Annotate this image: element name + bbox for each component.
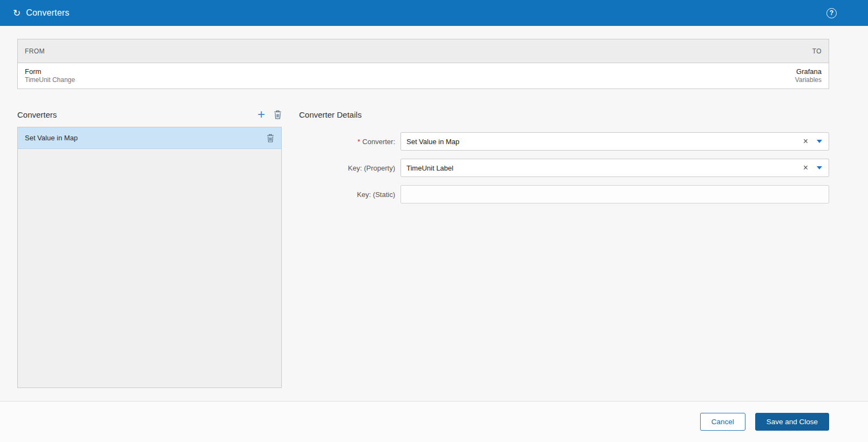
mapping-table-row: Form TimeUnit Change Grafana Variables: [18, 63, 829, 89]
main-content: FROM TO Form TimeUnit Change Grafana Var…: [0, 26, 868, 401]
converter-details-title: Converter Details: [299, 107, 829, 121]
from-column-header: FROM: [25, 47, 45, 55]
mapping-table: FROM TO Form TimeUnit Change Grafana Var…: [17, 39, 829, 89]
from-subtitle: TimeUnit Change: [25, 76, 75, 84]
help-icon[interactable]: ?: [826, 8, 837, 18]
converter-list-item[interactable]: Set Value in Map: [18, 127, 281, 149]
converter-select-value: Set Value in Map: [406, 138, 803, 146]
key-property-select-value: TimeUnit Label: [406, 164, 803, 172]
footer: Cancel Save and Close: [0, 401, 868, 442]
panels: Converters + Set Value in Map: [17, 107, 829, 388]
trash-icon: [274, 110, 282, 119]
converter-label-text: Converter:: [362, 138, 395, 146]
mapping-table-header: FROM TO: [18, 39, 829, 63]
from-cell: Form TimeUnit Change: [25, 67, 75, 84]
from-title: Form: [25, 67, 75, 76]
page-title: Converters: [26, 8, 69, 18]
to-title: Grafana: [795, 67, 822, 76]
required-asterisk: *: [357, 138, 360, 146]
converter-item-label: Set Value in Map: [25, 134, 78, 142]
converter-details-panel: Converter Details *Converter: Set Value …: [299, 107, 829, 388]
clear-icon[interactable]: ×: [803, 164, 808, 172]
converter-field-label: *Converter:: [299, 138, 401, 146]
trash-icon: [267, 134, 274, 142]
converters-refresh-icon: ↻: [13, 9, 21, 18]
to-subtitle: Variables: [795, 76, 822, 84]
save-and-close-button[interactable]: Save and Close: [755, 413, 829, 431]
converters-list: Set Value in Map: [17, 127, 282, 388]
key-property-select[interactable]: TimeUnit Label ×: [401, 159, 829, 177]
to-column-header: TO: [812, 47, 822, 55]
converter-field-row: *Converter: Set Value in Map ×: [299, 132, 829, 151]
key-static-field-row: Key: (Static): [299, 185, 829, 203]
clear-icon[interactable]: ×: [803, 137, 808, 146]
add-converter-button[interactable]: +: [257, 109, 265, 120]
cancel-button[interactable]: Cancel: [700, 413, 745, 431]
to-cell: Grafana Variables: [795, 67, 822, 84]
converters-panel-title: Converters: [17, 110, 57, 119]
key-static-field-label: Key: (Static): [299, 191, 401, 199]
converter-select[interactable]: Set Value in Map ×: [401, 132, 829, 151]
key-property-field-row: Key: (Property) TimeUnit Label ×: [299, 159, 829, 177]
converters-toolbar: +: [257, 109, 282, 120]
chevron-down-icon[interactable]: [817, 140, 822, 143]
key-property-label-text: Key: (Property): [348, 164, 395, 172]
app-header: ↻ Converters ?: [0, 0, 868, 26]
chevron-down-icon[interactable]: [817, 166, 822, 169]
delete-item-button[interactable]: [267, 134, 274, 142]
converters-heading-row: Converters +: [17, 107, 282, 121]
delete-converter-button[interactable]: [274, 110, 282, 119]
key-property-field-label: Key: (Property): [299, 164, 401, 172]
converters-panel: Converters + Set Value in Map: [17, 107, 282, 388]
key-static-input[interactable]: [401, 185, 829, 203]
key-static-label-text: Key: (Static): [357, 191, 395, 199]
